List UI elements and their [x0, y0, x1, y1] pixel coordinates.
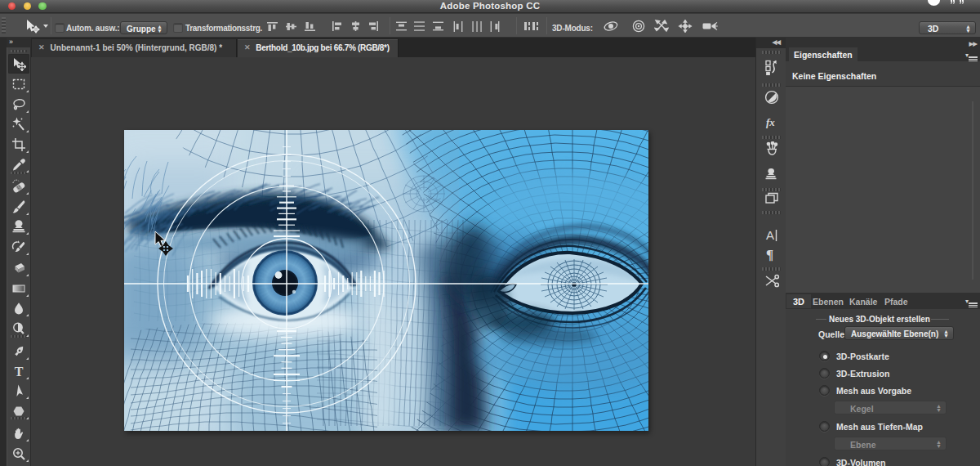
svg-text:¶: ¶: [766, 247, 773, 262]
svg-text:A: A: [766, 228, 774, 242]
svg-text:fx: fx: [766, 116, 775, 128]
svg-text:T: T: [15, 365, 24, 379]
